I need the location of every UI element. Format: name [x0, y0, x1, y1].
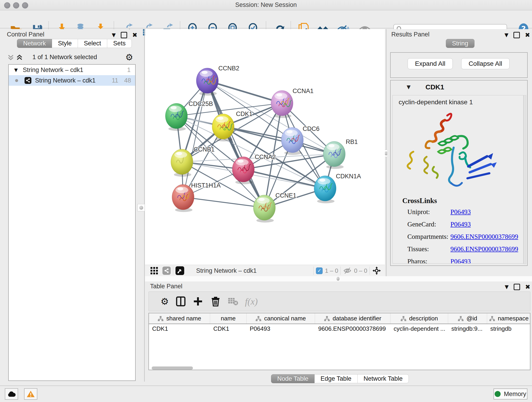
window-title: Session: New Session — [0, 0, 532, 10]
crosslink-label: GeneCard: — [407, 220, 436, 228]
cell-database-identifier[interactable]: 9606.ENSP00000378699 — [315, 325, 390, 332]
network-edge-HIST1H1A-CCNE1[interactable] — [183, 197, 264, 208]
cell-shared-name[interactable]: CDK1 — [149, 325, 210, 332]
network-edge-CCNB2-HIST1H1A[interactable] — [183, 81, 207, 197]
crosslink-label: Uniprot: — [407, 208, 430, 216]
network-type-icon — [25, 77, 32, 84]
horizontal-splitter-handle[interactable] — [336, 277, 340, 281]
horizontal-splitter[interactable] — [145, 276, 532, 282]
crosslink-link[interactable]: P06493 — [450, 258, 471, 264]
tab-sets[interactable]: Sets — [107, 39, 132, 48]
column-label: canonical name — [264, 315, 306, 322]
network-canvas[interactable]: CCNB2CCNA1CDC25BCDK1CDC6RB1CCNB1CCNA2CDK… — [145, 29, 385, 265]
crosslink-link[interactable]: 9606.ENSP00000378699 — [450, 233, 518, 240]
table-options-gear-icon[interactable]: ⚙ — [158, 295, 171, 308]
function-builder-icon[interactable]: f(x) — [245, 295, 258, 308]
results-scrollbar[interactable] — [524, 95, 526, 264]
tab-edge-table[interactable]: Edge Table — [315, 374, 358, 383]
column-header-description[interactable]: description — [390, 313, 448, 324]
panel-float-icon[interactable] — [513, 32, 520, 38]
hidden-eye-slash-icon[interactable] — [343, 267, 352, 274]
column-header-name[interactable]: name — [210, 313, 247, 324]
delete-table-icon[interactable] — [227, 295, 239, 308]
entry-description: cyclin-dependent kinase 1 — [399, 99, 473, 106]
cell-id[interactable]: stringdb:9... — [448, 325, 487, 332]
table-horizontal-scrollbar[interactable] — [152, 366, 193, 370]
title-bar: Session: New Session — [0, 0, 532, 10]
cell-description[interactable]: cyclin-dependent ... — [390, 325, 448, 332]
tab-node-table[interactable]: Node Table — [271, 374, 315, 383]
network-node-CCNB2[interactable]: CCNB2 — [196, 65, 239, 96]
collection-name: String Network – cdk1 — [23, 66, 83, 74]
panel-close-icon[interactable]: ✖ — [525, 32, 530, 38]
current-network-title: String Network – cdk1 — [196, 267, 257, 274]
column-header-namespace[interactable]: namespace — [487, 313, 530, 324]
panel-close-icon[interactable]: ✖ — [132, 32, 138, 38]
warning-icon — [27, 390, 35, 398]
network-collection-row[interactable]: ▼ String Network – cdk1 1 — [9, 65, 135, 75]
cloud-status-button[interactable] — [5, 388, 18, 400]
network-row[interactable]: String Network – cdk1 11 48 — [9, 75, 135, 86]
panel-collapse-icon[interactable]: ▼ — [505, 32, 508, 38]
network-node-CCNE1[interactable]: CCNE1 — [253, 192, 297, 223]
node-label-CCNA2: CCNA2 — [255, 153, 276, 160]
results-actions-box: Expand All Collapse All — [390, 52, 528, 78]
cell-name[interactable]: CDK1 — [210, 325, 247, 332]
table-row[interactable]: CDK1CDK1P064939606.ENSP00000378699cyclin… — [149, 324, 530, 333]
node-table: shared namenamecanonical namedatabase id… — [148, 313, 530, 370]
collapse-all-button[interactable]: Collapse All — [461, 58, 510, 69]
panel-close-icon[interactable]: ✖ — [525, 283, 530, 290]
crosslinks-title: CrossLinks — [402, 197, 437, 205]
column-header-id[interactable]: @id — [448, 313, 487, 324]
column-header-canonical-name[interactable]: canonical name — [247, 313, 315, 324]
selected-checkbox-icon[interactable]: ✓ — [316, 268, 323, 274]
entry-header[interactable]: ▼ CDK1 — [391, 80, 527, 95]
grid-view-icon[interactable] — [150, 267, 158, 275]
edge-count: 48 — [124, 77, 131, 84]
pan-crosshair-icon[interactable] — [372, 266, 381, 275]
results-panel-title: Results Panel — [391, 31, 430, 38]
show-columns-icon[interactable] — [174, 295, 187, 308]
left-splitter-handle[interactable] — [138, 204, 145, 211]
column-header-database-identifier[interactable]: database identifier — [315, 313, 390, 324]
column-label: shared name — [166, 315, 201, 322]
node-label-CDC25B: CDC25B — [189, 100, 213, 107]
cell-canonical-name[interactable]: P06493 — [247, 325, 315, 332]
delete-column-icon[interactable] — [209, 295, 222, 308]
tab-style[interactable]: Style — [52, 39, 78, 48]
entry-expander-icon[interactable]: ▼ — [407, 84, 411, 90]
memory-status-icon — [495, 391, 500, 397]
crosslink-link[interactable]: 9606.ENSP00000378699 — [450, 245, 518, 253]
network-node-RB1[interactable]: RB1 — [323, 138, 358, 169]
table-toolbar: ⚙ f(x) — [148, 292, 530, 311]
memory-button[interactable]: Memory — [494, 389, 527, 400]
warnings-button[interactable] — [24, 388, 37, 400]
network-options-gear-icon[interactable]: ⚙ — [125, 52, 133, 62]
cell-namespace[interactable]: stringdb — [487, 325, 530, 332]
tab-network-table[interactable]: Network Table — [358, 374, 409, 383]
selected-counts: 1 – 0 — [325, 267, 338, 274]
network-edge-CCNA2-CDKN1A[interactable] — [243, 169, 325, 188]
panel-float-icon[interactable] — [121, 32, 127, 38]
node-count: 11 — [112, 77, 118, 84]
panel-collapse-icon[interactable]: ▼ — [505, 284, 509, 290]
crosslink-link[interactable]: P06493 — [450, 220, 471, 228]
panel-float-icon[interactable] — [514, 284, 520, 290]
network-node-CDC6[interactable]: CDC6 — [281, 125, 320, 155]
tab-string[interactable]: String — [446, 39, 475, 48]
network-share-icon[interactable] — [162, 267, 171, 275]
network-node-CDKN1A[interactable]: CDKN1A — [314, 173, 361, 203]
tree-expander-icon[interactable]: ▼ — [14, 67, 18, 73]
column-header-shared-name[interactable]: shared name — [149, 313, 210, 324]
create-column-icon[interactable] — [191, 295, 204, 308]
birds-eye-view-icon[interactable] — [176, 266, 184, 275]
crosslink-link[interactable]: P06493 — [450, 208, 471, 216]
expand-all-button[interactable]: Expand All — [408, 58, 453, 69]
table-panel: Table Panel ▼ ✖ ⚙ f(x) shared namenameca… — [145, 281, 532, 382]
network-node-HIST1H1A[interactable]: HIST1H1A — [172, 182, 221, 212]
network-edge-CCNB2-CCNA1[interactable] — [207, 81, 282, 103]
crosslink-row: Tissues:9606.ENSP00000378699 — [407, 245, 429, 253]
tab-network[interactable]: Network — [17, 39, 52, 48]
tab-select[interactable]: Select — [78, 39, 107, 48]
panel-collapse-icon[interactable]: ▼ — [112, 32, 116, 38]
